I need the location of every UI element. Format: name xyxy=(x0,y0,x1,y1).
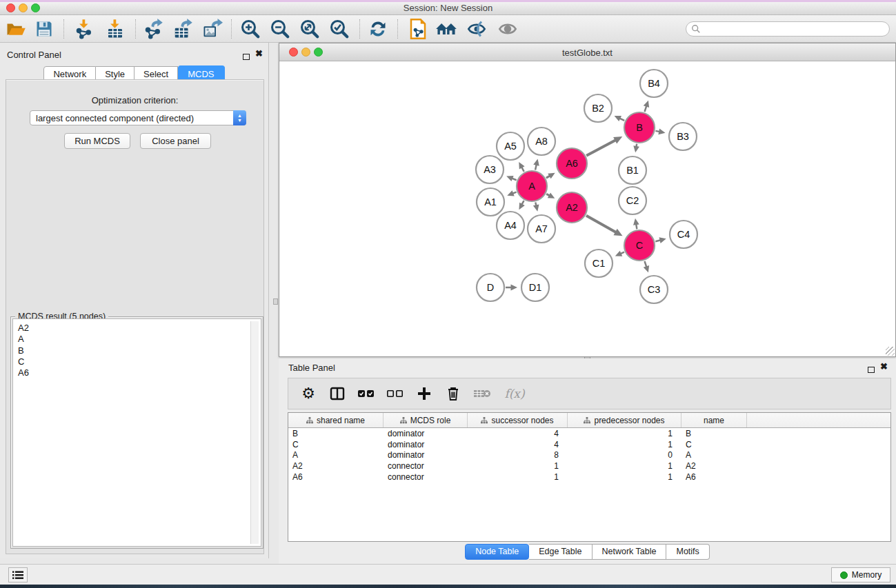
network-view-title: testGlobe.txt xyxy=(279,48,895,58)
mcds-result-list[interactable]: A2ABCA6 xyxy=(15,321,250,544)
network-view-window: testGlobe.txt B4B2BB3A5A8A6A3B1AC2A1A2A4… xyxy=(279,43,896,357)
function-builder-icon[interactable]: f(x) xyxy=(501,383,528,404)
edge-arrowhead-icon xyxy=(633,145,639,152)
table-cell: 1 xyxy=(468,461,568,471)
zoom-in-icon[interactable] xyxy=(238,17,263,41)
table-row[interactable]: A2connector11A2 xyxy=(288,460,890,472)
table-row[interactable]: Cdominator41C xyxy=(288,439,890,450)
node-table: shared nameMCDS rolesuccessor nodesprede… xyxy=(288,412,891,542)
memory-button[interactable]: Memory xyxy=(831,567,890,582)
import-network-icon[interactable] xyxy=(72,17,97,41)
table-header-row: shared nameMCDS rolesuccessor nodesprede… xyxy=(288,413,890,428)
network-graph[interactable]: B4B2BB3A5A8A6A3B1AC2A1A2A4A7C4CC1C3DD1 xyxy=(280,61,895,356)
table-cell: dominator xyxy=(384,429,468,438)
column-header-predecessor-nodes[interactable]: predecessor nodes xyxy=(568,413,681,427)
vertical-splitter-handle[interactable] xyxy=(273,298,278,305)
search-input[interactable] xyxy=(686,21,890,37)
toolbar-separator xyxy=(63,19,64,39)
toolbar-separator xyxy=(135,19,136,39)
column-header-successor-nodes[interactable]: successor nodes xyxy=(468,413,568,427)
control-panel: Control Panel ✖ NetworkStyleSelectMCDS O… xyxy=(0,43,269,558)
zoom-fit-icon[interactable] xyxy=(297,17,322,41)
close-panel-button[interactable]: Close panel xyxy=(140,133,211,149)
column-header-MCDS-role[interactable]: MCDS role xyxy=(384,413,468,427)
tab-node-table[interactable]: Node Table xyxy=(465,544,529,560)
select-all-columns-icon[interactable] xyxy=(356,383,377,404)
table-cell: 1 xyxy=(568,429,681,438)
column-header-shared-name[interactable]: shared name xyxy=(288,413,384,427)
control-panel-title: Control Panel xyxy=(7,50,61,60)
toolbar-separator xyxy=(359,19,360,39)
edge-arrowhead-icon xyxy=(511,285,518,291)
node-label: C4 xyxy=(677,229,690,240)
delete-column-icon[interactable] xyxy=(443,383,464,404)
mcds-tab-content: Optimization criterion: largest connecte… xyxy=(6,79,264,554)
hide-details-icon[interactable] xyxy=(464,17,489,41)
toolbar-separator xyxy=(231,19,232,39)
mcds-result-item: B xyxy=(18,345,250,356)
close-table-panel-icon[interactable]: ✖ xyxy=(880,363,888,370)
table-row[interactable]: A6connector11A6 xyxy=(288,472,890,483)
close-panel-icon[interactable]: ✖ xyxy=(255,50,263,57)
tab-edge-table[interactable]: Edge Table xyxy=(529,544,592,560)
tab-network-table[interactable]: Network Table xyxy=(593,544,667,560)
zoom-out-icon[interactable] xyxy=(268,17,292,41)
node-label: B2 xyxy=(592,103,604,114)
edge-arrowhead-icon xyxy=(658,129,665,135)
mcds-result-item: A xyxy=(18,334,250,345)
main-toolbar xyxy=(0,15,896,43)
run-mcds-button[interactable]: Run MCDS xyxy=(64,133,130,149)
export-image-icon[interactable] xyxy=(200,17,225,41)
float-panel-icon[interactable] xyxy=(243,50,250,63)
show-details-icon[interactable] xyxy=(495,17,520,41)
table-cell: A xyxy=(288,450,384,460)
node-label: B3 xyxy=(677,131,689,142)
table-row[interactable]: Adominator80A xyxy=(288,450,890,461)
dropdown-stepper-icon: ▲▼ xyxy=(233,110,246,125)
network-canvas[interactable]: B4B2BB3A5A8A6A3B1AC2A1A2A4A7C4CC1C3DD1 xyxy=(280,61,895,356)
mcds-result-item: C xyxy=(18,356,250,367)
memory-label: Memory xyxy=(852,570,882,580)
session-title: Session: New Session xyxy=(0,3,896,13)
mcds-result-group: MCDS result (5 nodes) A2ABCA6 xyxy=(10,316,263,549)
graph-edge[interactable] xyxy=(586,140,616,156)
unselect-all-columns-icon[interactable] xyxy=(385,383,406,404)
status-bar: Memory xyxy=(0,564,896,585)
float-table-panel-icon[interactable] xyxy=(868,363,875,376)
export-table-icon[interactable] xyxy=(170,17,195,41)
save-session-icon[interactable] xyxy=(32,17,57,41)
criterion-dropdown[interactable]: largest connected component (directed) ▲… xyxy=(30,110,246,125)
task-history-button[interactable] xyxy=(8,567,28,582)
column-type-icon xyxy=(481,417,488,424)
memory-status-icon xyxy=(840,571,848,579)
first-neighbors-icon[interactable] xyxy=(434,17,459,41)
network-window-titlebar[interactable]: testGlobe.txt xyxy=(279,43,895,61)
new-network-from-selection-icon[interactable] xyxy=(406,17,430,41)
gear-icon[interactable]: ⚙ xyxy=(298,383,319,404)
split-columns-icon[interactable] xyxy=(327,383,348,404)
result-scrollbar[interactable] xyxy=(250,321,259,544)
table-cell: 1 xyxy=(568,440,681,449)
table-row[interactable]: Bdominator41B xyxy=(288,428,890,439)
table-cell: 4 xyxy=(468,429,568,438)
refresh-icon[interactable] xyxy=(366,17,390,41)
import-table-icon[interactable] xyxy=(103,17,128,41)
node-label: A3 xyxy=(484,164,496,175)
mcds-result-item: A6 xyxy=(18,367,250,378)
table-cell: 0 xyxy=(568,450,681,460)
table-cell: connector xyxy=(384,472,468,482)
zoom-selected-icon[interactable] xyxy=(327,17,352,41)
node-label: A2 xyxy=(566,202,578,213)
node-label: D xyxy=(487,282,494,293)
resize-grip-icon[interactable] xyxy=(886,347,895,356)
column-header-name[interactable]: name xyxy=(681,413,747,427)
table-cell: B xyxy=(681,429,747,438)
delete-table-icon[interactable] xyxy=(472,383,492,404)
add-column-icon[interactable] xyxy=(414,383,435,404)
optimization-criterion-label: Optimization criterion: xyxy=(6,95,263,105)
graph-edge[interactable] xyxy=(586,216,616,232)
node-label: D1 xyxy=(529,282,542,293)
export-network-icon[interactable] xyxy=(141,17,166,41)
open-session-icon[interactable] xyxy=(3,17,28,41)
tab-motifs[interactable]: Motifs xyxy=(666,544,709,560)
